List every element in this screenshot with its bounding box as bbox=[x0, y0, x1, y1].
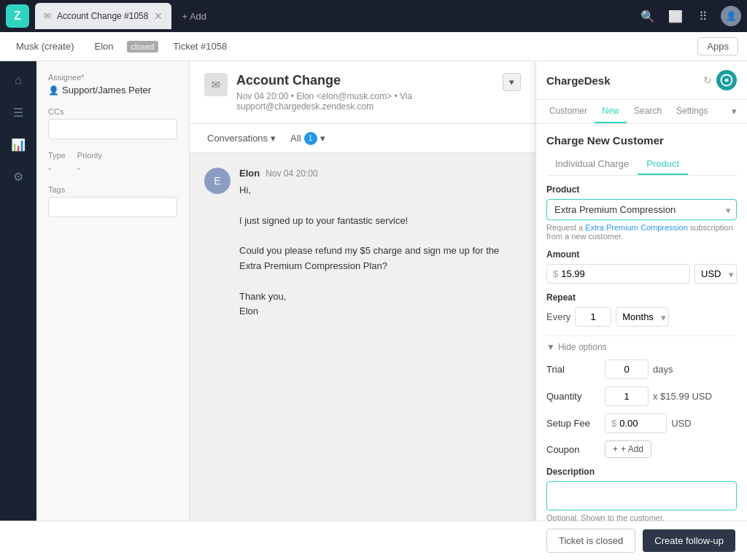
ticket-meta: Nov 04 20:00 • Elon <elon@musk.com> • Vi… bbox=[236, 91, 494, 112]
hide-options-toggle[interactable]: ▼ Hide options bbox=[546, 335, 737, 352]
nav-settings[interactable]: Settings bbox=[669, 100, 715, 123]
repeat-label: Repeat bbox=[546, 292, 737, 303]
person-icon: 👤 bbox=[48, 85, 59, 96]
compose-icon[interactable]: ⬜ bbox=[665, 6, 686, 26]
sub-nav: Musk (create) Elon closed Ticket #1058 A… bbox=[0, 32, 747, 61]
amount-input[interactable] bbox=[558, 265, 602, 283]
message-text: Hi, I just signed up to your fantastic s… bbox=[239, 183, 521, 319]
coupon-row: Coupon + + Add bbox=[546, 440, 737, 458]
tags-group: Tags bbox=[48, 185, 177, 217]
setup-fee-row: Setup Fee $ USD bbox=[546, 413, 737, 433]
all-filter-button[interactable]: All 1 ▾ bbox=[290, 132, 325, 145]
months-select-wrap: Months Days Weeks Years ▾ bbox=[616, 307, 669, 327]
quantity-input[interactable] bbox=[605, 386, 649, 406]
setup-fee-input-wrap: $ bbox=[605, 413, 667, 433]
charge-tabs: Individual Charge Product bbox=[546, 154, 737, 176]
subnav-elon[interactable]: Elon bbox=[87, 36, 120, 56]
type-label: Type bbox=[48, 151, 66, 160]
section-title: Charge New Customer bbox=[546, 134, 737, 147]
setup-fee-input[interactable] bbox=[616, 414, 660, 432]
apps-button[interactable]: Apps bbox=[697, 37, 738, 55]
chargedesk-header: ChargeDesk ↻ bbox=[536, 61, 747, 100]
add-label: + Add bbox=[182, 11, 206, 22]
months-select[interactable]: Months Days Weeks Years bbox=[616, 307, 669, 327]
bottom-bar: Ticket is closed Create follow-up bbox=[0, 521, 747, 560]
add-button[interactable]: + Add bbox=[174, 8, 214, 25]
message-time: Nov 04 20:00 bbox=[266, 168, 317, 179]
assignee-group: Assignee* 👤 Support/James Peter bbox=[48, 73, 177, 96]
amount-label: Amount bbox=[546, 249, 737, 260]
hide-options-label: Hide options bbox=[558, 342, 607, 352]
currency-select-wrap: USD EUR GBP ▾ bbox=[694, 264, 737, 284]
product-select-wrapper: Extra Premium Compression ▾ bbox=[546, 199, 737, 220]
chargedesk-logo-svg bbox=[720, 74, 733, 87]
active-tab[interactable]: ✉ Account Change #1058 ✕ bbox=[35, 3, 171, 29]
setup-fee-currency: USD bbox=[671, 418, 691, 429]
chargedesk-nav: Customer New Search Settings ▾ bbox=[536, 100, 747, 124]
ccs-label: CCs bbox=[48, 107, 177, 116]
tags-label: Tags bbox=[48, 185, 177, 194]
trial-input[interactable] bbox=[605, 359, 649, 379]
conversations-button[interactable]: Conversations ▾ bbox=[201, 130, 282, 147]
subnav-musk[interactable]: Musk (create) bbox=[9, 36, 81, 56]
ticket-dropdown-button[interactable]: ▾ bbox=[503, 73, 521, 91]
tags-input[interactable] bbox=[48, 197, 177, 217]
nav-customer[interactable]: Customer bbox=[542, 100, 595, 123]
refresh-icon[interactable]: ↻ bbox=[703, 74, 712, 86]
nav-search[interactable]: Search bbox=[627, 100, 669, 123]
tab-product[interactable]: Product bbox=[638, 154, 688, 175]
amount-group: Amount $ USD EUR GBP ▾ bbox=[546, 249, 737, 284]
tab-individual-charge[interactable]: Individual Charge bbox=[546, 154, 638, 175]
description-hint: Optional. Shown to the customer. bbox=[546, 513, 737, 521]
message-body: Elon Nov 04 20:00 Hi, I just signed up t… bbox=[239, 168, 521, 319]
create-followup-button[interactable]: Create follow-up bbox=[643, 529, 735, 552]
trial-unit: days bbox=[653, 364, 673, 375]
ticket-info: Account Change Nov 04 20:00 • Elon <elon… bbox=[236, 73, 494, 112]
ccs-input[interactable] bbox=[48, 119, 177, 139]
chargedesk-title: ChargeDesk bbox=[546, 74, 611, 87]
ticket-sidebar: Assignee* 👤 Support/James Peter CCs Type… bbox=[36, 61, 190, 521]
description-group: Description Optional. Shown to the custo… bbox=[546, 467, 737, 521]
priority-label: Priority bbox=[77, 151, 102, 160]
chargedesk-logo bbox=[716, 70, 737, 90]
ticket-header: ✉ Account Change Nov 04 20:00 • Elon <el… bbox=[190, 61, 535, 124]
add-coupon-button[interactable]: + + Add bbox=[605, 440, 651, 458]
message-sender: Elon bbox=[239, 168, 260, 179]
message-area: E Elon Nov 04 20:00 Hi, I just signed up… bbox=[190, 153, 535, 521]
add-coupon-plus: + bbox=[613, 444, 618, 454]
product-group: Product Extra Premium Compression ▾ Requ… bbox=[546, 184, 737, 241]
sidebar-home-icon[interactable]: ⌂ bbox=[5, 67, 31, 93]
ticket-title-row: ✉ Account Change Nov 04 20:00 • Elon <el… bbox=[204, 73, 521, 112]
quantity-row: Quantity x $15.99 USD bbox=[546, 386, 737, 406]
trial-row: Trial days bbox=[546, 359, 737, 379]
type-group: Type - bbox=[48, 151, 66, 174]
sender-avatar: E bbox=[204, 168, 231, 194]
nav-new[interactable]: New bbox=[595, 100, 627, 123]
tab-close-button[interactable]: ✕ bbox=[154, 10, 163, 22]
nav-more-button[interactable]: ▾ bbox=[727, 100, 741, 123]
currency-select[interactable]: USD EUR GBP bbox=[694, 264, 737, 284]
description-input[interactable] bbox=[546, 481, 737, 510]
ticket-closed-button[interactable]: Ticket is closed bbox=[546, 529, 635, 553]
setup-fee-label: Setup Fee bbox=[546, 418, 605, 429]
every-input[interactable] bbox=[575, 307, 611, 327]
tab-icon: ✉ bbox=[44, 11, 51, 21]
app-logo: Z bbox=[6, 4, 29, 28]
product-hint-link[interactable]: Extra Premium Compression bbox=[585, 223, 688, 232]
sidebar-chart-icon[interactable]: 📊 bbox=[5, 131, 31, 158]
all-label: All bbox=[290, 133, 301, 144]
top-bar: Z ✉ Account Change #1058 ✕ + Add 🔍 ⬜ ⠿ 👤 bbox=[0, 0, 747, 32]
search-icon[interactable]: 🔍 bbox=[638, 6, 658, 26]
sidebar-settings-icon[interactable]: ⚙ bbox=[5, 163, 31, 190]
main-layout: ⌂ ☰ 📊 ⚙ Assignee* 👤 Support/James Peter … bbox=[0, 61, 747, 521]
amount-input-wrap: $ bbox=[546, 264, 690, 284]
subnav-ticket[interactable]: Ticket #1058 bbox=[166, 36, 234, 56]
user-avatar[interactable]: 👤 bbox=[721, 6, 741, 26]
message-header: Elon Nov 04 20:00 bbox=[239, 168, 521, 179]
sidebar-inbox-icon[interactable]: ☰ bbox=[5, 99, 31, 125]
grid-icon[interactable]: ⠿ bbox=[693, 6, 713, 26]
chargedesk-panel: ChargeDesk ↻ Customer New Search Setting… bbox=[535, 61, 747, 521]
product-select[interactable]: Extra Premium Compression bbox=[546, 199, 737, 220]
conversations-label: Conversations bbox=[207, 133, 268, 144]
left-sidebar: ⌂ ☰ 📊 ⚙ bbox=[0, 61, 36, 521]
